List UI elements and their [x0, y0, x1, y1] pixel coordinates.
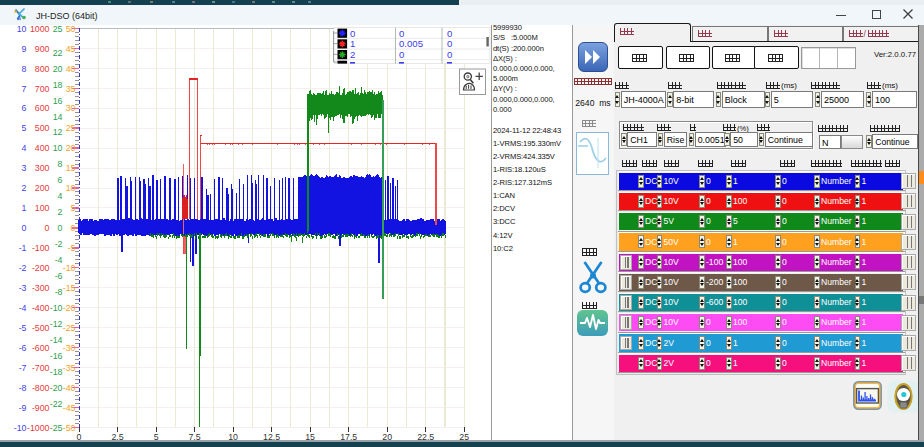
svg-text:-200: -200 — [32, 263, 50, 273]
svg-text:-20: -20 — [50, 383, 63, 393]
svg-text:6: 6 — [22, 103, 27, 113]
svg-text:4: 4 — [58, 191, 63, 201]
svg-text:-800: -800 — [32, 383, 50, 393]
svg-text:-10: -10 — [63, 263, 76, 273]
svg-text:-2: -2 — [55, 239, 63, 249]
svg-text:0: 0 — [399, 28, 404, 39]
svg-text:7: 7 — [22, 84, 27, 94]
svg-text:1: 1 — [350, 38, 355, 49]
svg-text:0: 0 — [350, 28, 355, 39]
svg-text:0: 0 — [399, 49, 404, 60]
svg-text:500: 500 — [35, 123, 50, 133]
svg-text:-8: -8 — [19, 383, 27, 393]
svg-text:-5: -5 — [19, 323, 27, 333]
svg-text:25: 25 — [66, 123, 76, 133]
svg-text:5: 5 — [22, 123, 27, 133]
svg-text:22: 22 — [53, 48, 63, 58]
svg-text:30: 30 — [66, 103, 76, 113]
svg-text:-300: -300 — [32, 283, 50, 293]
svg-text:-600: -600 — [32, 343, 50, 353]
svg-text:10: 10 — [17, 25, 27, 34]
svg-text:40: 40 — [66, 64, 76, 74]
svg-text:-4: -4 — [19, 303, 27, 313]
svg-text:18: 18 — [53, 80, 63, 90]
svg-text:20: 20 — [53, 64, 63, 74]
svg-text:0: 0 — [71, 223, 76, 233]
svg-text:-12: -12 — [50, 319, 63, 329]
svg-text:-25: -25 — [50, 423, 63, 433]
svg-text:-8: -8 — [55, 287, 63, 297]
svg-text:4: 4 — [22, 143, 27, 153]
svg-text:-500: -500 — [32, 323, 50, 333]
svg-text:-7: -7 — [19, 363, 27, 373]
svg-text:900: 900 — [35, 44, 50, 54]
svg-text:6: 6 — [58, 175, 63, 185]
svg-text:12: 12 — [53, 127, 63, 137]
svg-text:0.005: 0.005 — [399, 38, 423, 49]
svg-text:200: 200 — [35, 183, 50, 193]
svg-text:16: 16 — [53, 96, 63, 106]
svg-text:0: 0 — [22, 223, 27, 233]
svg-text:15: 15 — [66, 163, 76, 173]
svg-text:50: 50 — [66, 25, 76, 34]
svg-text:-3: -3 — [19, 283, 27, 293]
svg-text:-10: -10 — [50, 303, 63, 313]
svg-text:10: 10 — [53, 143, 63, 153]
svg-text:10: 10 — [66, 183, 76, 193]
svg-text:45: 45 — [66, 44, 76, 54]
svg-text:1: 1 — [22, 203, 27, 213]
svg-text:-35: -35 — [63, 363, 76, 373]
svg-text:400: 400 — [35, 143, 50, 153]
svg-text:8: 8 — [22, 64, 27, 74]
svg-text:0: 0 — [447, 38, 452, 49]
svg-text:-30: -30 — [63, 343, 76, 353]
svg-text:-6: -6 — [55, 271, 63, 281]
svg-text:-4: -4 — [55, 255, 63, 265]
svg-text:2: 2 — [22, 183, 27, 193]
svg-text:0: 0 — [447, 49, 452, 60]
svg-text:3: 3 — [22, 163, 27, 173]
svg-text:35: 35 — [66, 84, 76, 94]
svg-text:-100: -100 — [32, 243, 50, 253]
svg-text:100: 100 — [35, 203, 50, 213]
svg-text:20: 20 — [66, 143, 76, 153]
svg-text:-50: -50 — [63, 423, 76, 433]
svg-text:-1000: -1000 — [27, 423, 50, 433]
svg-text:-22: -22 — [50, 399, 63, 409]
svg-text:0: 0 — [45, 223, 50, 233]
svg-text:25: 25 — [53, 25, 63, 34]
svg-text:2: 2 — [350, 49, 355, 60]
svg-text:-1: -1 — [19, 243, 27, 253]
svg-text:0: 0 — [58, 223, 63, 233]
svg-text:0: 0 — [447, 28, 452, 39]
svg-text:-14: -14 — [50, 335, 63, 345]
svg-text:9: 9 — [22, 44, 27, 54]
svg-text:600: 600 — [35, 103, 50, 113]
svg-text:-10: -10 — [14, 423, 27, 433]
svg-text:-2: -2 — [19, 263, 27, 273]
svg-text:8: 8 — [58, 159, 63, 169]
svg-text:1000: 1000 — [30, 25, 50, 34]
svg-text:-700: -700 — [32, 363, 50, 373]
svg-text:-16: -16 — [50, 351, 63, 361]
svg-text:-18: -18 — [50, 367, 63, 377]
svg-text:-40: -40 — [63, 383, 76, 393]
svg-text:700: 700 — [35, 84, 50, 94]
svg-text:300: 300 — [35, 163, 50, 173]
svg-text:-9: -9 — [19, 403, 27, 413]
svg-text:800: 800 — [35, 64, 50, 74]
svg-text:-20: -20 — [63, 303, 76, 313]
svg-text:14: 14 — [53, 112, 63, 122]
svg-text:2: 2 — [58, 207, 63, 217]
svg-text:-6: -6 — [19, 343, 27, 353]
svg-text:-45: -45 — [63, 403, 76, 413]
svg-text:-15: -15 — [63, 283, 76, 293]
svg-text:5: 5 — [71, 203, 76, 213]
svg-text:-25: -25 — [63, 323, 76, 333]
svg-text:-5: -5 — [68, 243, 76, 253]
svg-text:-900: -900 — [32, 403, 50, 413]
svg-text:-400: -400 — [32, 303, 50, 313]
